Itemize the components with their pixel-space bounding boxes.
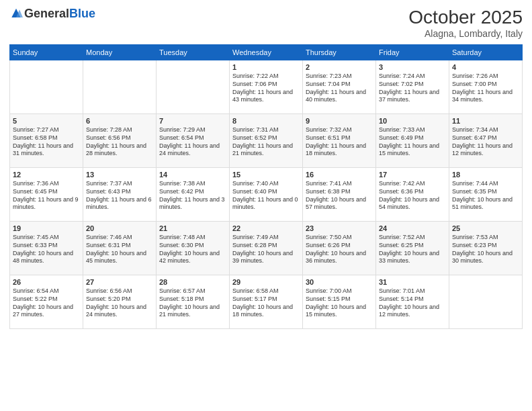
day-info: Sunrise: 7:49 AM Sunset: 6:28 PM Dayligh…	[232, 234, 300, 265]
day-number: 25	[452, 224, 519, 233]
day-info: Sunrise: 7:36 AM Sunset: 6:45 PM Dayligh…	[13, 180, 80, 212]
calendar-week-row: 5Sunrise: 7:27 AM Sunset: 6:58 PM Daylig…	[10, 114, 523, 168]
day-number: 1	[232, 62, 300, 72]
day-number: 30	[306, 277, 373, 287]
day-number: 20	[86, 224, 153, 233]
title-block: October 2025 Alagna, Lombardy, Italy	[408, 7, 523, 39]
day-info: Sunrise: 7:52 AM Sunset: 6:25 PM Dayligh…	[379, 234, 446, 265]
weekday-header: Sunday	[10, 45, 83, 60]
logo: GeneralBlue	[9, 7, 95, 21]
day-number: 18	[452, 170, 519, 179]
calendar-cell: 20Sunrise: 7:46 AM Sunset: 6:31 PM Dayli…	[83, 222, 157, 275]
day-info: Sunrise: 7:31 AM Sunset: 6:52 PM Dayligh…	[232, 126, 300, 158]
calendar-cell	[10, 60, 83, 114]
calendar-week-row: 26Sunrise: 6:54 AM Sunset: 5:22 PM Dayli…	[10, 275, 523, 329]
day-number: 22	[232, 224, 300, 233]
day-number: 14	[159, 170, 226, 179]
calendar-cell: 4Sunrise: 7:26 AM Sunset: 7:00 PM Daylig…	[449, 60, 523, 114]
day-number: 9	[306, 116, 373, 126]
month-title: October 2025	[408, 7, 523, 28]
day-info: Sunrise: 7:26 AM Sunset: 7:00 PM Dayligh…	[452, 73, 519, 104]
day-number: 29	[232, 277, 300, 287]
day-info: Sunrise: 6:58 AM Sunset: 5:17 PM Dayligh…	[232, 287, 300, 319]
day-info: Sunrise: 7:42 AM Sunset: 6:36 PM Dayligh…	[379, 180, 446, 212]
calendar-cell: 18Sunrise: 7:44 AM Sunset: 6:35 PM Dayli…	[449, 168, 523, 222]
day-info: Sunrise: 7:01 AM Sunset: 5:14 PM Dayligh…	[379, 287, 446, 319]
day-number: 4	[452, 62, 519, 72]
calendar-cell: 1Sunrise: 7:22 AM Sunset: 7:06 PM Daylig…	[230, 60, 303, 114]
calendar-cell: 15Sunrise: 7:40 AM Sunset: 6:40 PM Dayli…	[230, 168, 303, 222]
day-number: 12	[13, 170, 80, 179]
day-number: 21	[159, 224, 226, 233]
calendar-week-row: 12Sunrise: 7:36 AM Sunset: 6:45 PM Dayli…	[10, 168, 523, 222]
calendar-cell: 17Sunrise: 7:42 AM Sunset: 6:36 PM Dayli…	[376, 168, 449, 222]
day-info: Sunrise: 7:32 AM Sunset: 6:51 PM Dayligh…	[306, 126, 373, 158]
day-number: 8	[232, 116, 300, 126]
day-info: Sunrise: 7:23 AM Sunset: 7:04 PM Dayligh…	[306, 73, 373, 104]
day-info: Sunrise: 7:53 AM Sunset: 6:23 PM Dayligh…	[452, 234, 519, 265]
calendar-cell: 12Sunrise: 7:36 AM Sunset: 6:45 PM Dayli…	[10, 168, 83, 222]
calendar-cell: 21Sunrise: 7:48 AM Sunset: 6:30 PM Dayli…	[157, 222, 230, 275]
calendar-cell: 23Sunrise: 7:50 AM Sunset: 6:26 PM Dayli…	[303, 222, 376, 275]
calendar-cell: 31Sunrise: 7:01 AM Sunset: 5:14 PM Dayli…	[376, 275, 449, 329]
calendar-cell: 5Sunrise: 7:27 AM Sunset: 6:58 PM Daylig…	[10, 114, 83, 168]
day-info: Sunrise: 7:45 AM Sunset: 6:33 PM Dayligh…	[13, 234, 80, 265]
calendar-cell: 24Sunrise: 7:52 AM Sunset: 6:25 PM Dayli…	[376, 222, 449, 275]
day-number: 13	[86, 170, 153, 179]
weekday-header: Friday	[376, 45, 449, 60]
day-number: 26	[13, 277, 80, 287]
day-number: 16	[306, 170, 373, 179]
calendar-cell: 11Sunrise: 7:34 AM Sunset: 6:47 PM Dayli…	[449, 114, 523, 168]
day-number: 6	[86, 116, 153, 126]
weekday-header-row: SundayMondayTuesdayWednesdayThursdayFrid…	[10, 45, 523, 60]
calendar-cell: 19Sunrise: 7:45 AM Sunset: 6:33 PM Dayli…	[10, 222, 83, 275]
weekday-header: Monday	[83, 45, 157, 60]
day-number: 24	[379, 224, 446, 233]
day-info: Sunrise: 7:27 AM Sunset: 6:58 PM Dayligh…	[13, 126, 80, 158]
day-info: Sunrise: 7:40 AM Sunset: 6:40 PM Dayligh…	[232, 180, 300, 212]
location: Alagna, Lombardy, Italy	[408, 28, 523, 39]
day-number: 7	[159, 116, 226, 126]
day-number: 11	[452, 116, 519, 126]
day-number: 28	[159, 277, 226, 287]
calendar-cell: 2Sunrise: 7:23 AM Sunset: 7:04 PM Daylig…	[303, 60, 376, 114]
day-number: 23	[306, 224, 373, 233]
calendar-cell: 25Sunrise: 7:53 AM Sunset: 6:23 PM Dayli…	[449, 222, 523, 275]
calendar-cell: 3Sunrise: 7:24 AM Sunset: 7:02 PM Daylig…	[376, 60, 449, 114]
day-info: Sunrise: 7:41 AM Sunset: 6:38 PM Dayligh…	[306, 180, 373, 212]
day-info: Sunrise: 7:34 AM Sunset: 6:47 PM Dayligh…	[452, 126, 519, 158]
logo-general: General	[24, 7, 69, 21]
day-number: 15	[232, 170, 300, 179]
calendar-cell: 29Sunrise: 6:58 AM Sunset: 5:17 PM Dayli…	[230, 275, 303, 329]
header: GeneralBlue October 2025 Alagna, Lombard…	[9, 7, 523, 39]
calendar-cell: 22Sunrise: 7:49 AM Sunset: 6:28 PM Dayli…	[230, 222, 303, 275]
day-info: Sunrise: 6:57 AM Sunset: 5:18 PM Dayligh…	[159, 287, 226, 319]
calendar-week-row: 19Sunrise: 7:45 AM Sunset: 6:33 PM Dayli…	[10, 222, 523, 275]
weekday-header: Saturday	[449, 45, 523, 60]
day-info: Sunrise: 7:29 AM Sunset: 6:54 PM Dayligh…	[159, 126, 226, 158]
day-number: 5	[13, 116, 80, 126]
calendar-cell: 16Sunrise: 7:41 AM Sunset: 6:38 PM Dayli…	[303, 168, 376, 222]
day-info: Sunrise: 7:50 AM Sunset: 6:26 PM Dayligh…	[306, 234, 373, 265]
calendar-cell: 27Sunrise: 6:56 AM Sunset: 5:20 PM Dayli…	[83, 275, 157, 329]
calendar-cell: 30Sunrise: 7:00 AM Sunset: 5:15 PM Dayli…	[303, 275, 376, 329]
day-number: 10	[379, 116, 446, 126]
day-info: Sunrise: 7:37 AM Sunset: 6:43 PM Dayligh…	[86, 180, 153, 212]
calendar-cell: 8Sunrise: 7:31 AM Sunset: 6:52 PM Daylig…	[230, 114, 303, 168]
day-info: Sunrise: 6:54 AM Sunset: 5:22 PM Dayligh…	[13, 287, 80, 319]
calendar-cell: 9Sunrise: 7:32 AM Sunset: 6:51 PM Daylig…	[303, 114, 376, 168]
day-info: Sunrise: 7:44 AM Sunset: 6:35 PM Dayligh…	[452, 180, 519, 212]
day-info: Sunrise: 7:22 AM Sunset: 7:06 PM Dayligh…	[232, 73, 300, 104]
day-info: Sunrise: 7:24 AM Sunset: 7:02 PM Dayligh…	[379, 73, 446, 104]
day-info: Sunrise: 7:48 AM Sunset: 6:30 PM Dayligh…	[159, 234, 226, 265]
calendar-cell: 6Sunrise: 7:28 AM Sunset: 6:56 PM Daylig…	[83, 114, 157, 168]
day-number: 2	[306, 62, 373, 72]
calendar-cell: 28Sunrise: 6:57 AM Sunset: 5:18 PM Dayli…	[157, 275, 230, 329]
calendar-week-row: 1Sunrise: 7:22 AM Sunset: 7:06 PM Daylig…	[10, 60, 523, 114]
calendar: SundayMondayTuesdayWednesdayThursdayFrid…	[9, 44, 523, 329]
logo-icon	[9, 7, 23, 21]
day-info: Sunrise: 7:28 AM Sunset: 6:56 PM Dayligh…	[86, 126, 153, 158]
calendar-cell: 7Sunrise: 7:29 AM Sunset: 6:54 PM Daylig…	[157, 114, 230, 168]
calendar-cell: 13Sunrise: 7:37 AM Sunset: 6:43 PM Dayli…	[83, 168, 157, 222]
calendar-cell	[157, 60, 230, 114]
